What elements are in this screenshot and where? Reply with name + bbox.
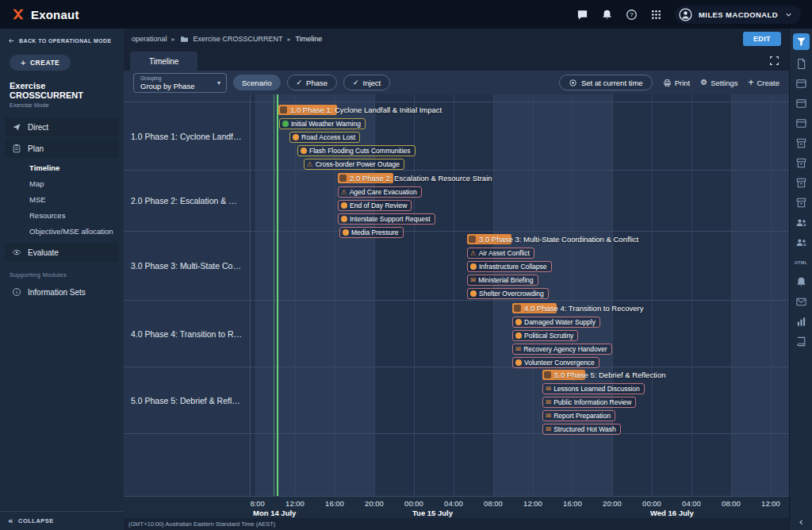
- inject-item[interactable]: Damaged Water Supply: [512, 317, 600, 328]
- rail-collapse-button[interactable]: ‹: [799, 517, 802, 527]
- inject-item[interactable]: Media Pressure: [339, 227, 404, 238]
- users-icon[interactable]: [795, 217, 807, 229]
- phase-bar-label: 3.0 Phase 3: Multi-State Coordination & …: [469, 234, 638, 244]
- bell-icon[interactable]: [601, 9, 613, 21]
- supporting-modules-label: Supporting Modules: [10, 271, 114, 278]
- sidebar-item-mse[interactable]: MSE: [0, 191, 124, 207]
- gear-icon: ⚙: [700, 79, 707, 86]
- inject-item[interactable]: ✉Lessons Learned Discussion: [542, 383, 645, 394]
- print-button[interactable]: Print: [663, 79, 691, 87]
- axis-tick: 12:00: [761, 499, 780, 508]
- inject-item[interactable]: Shelter Overcrowding: [467, 288, 549, 299]
- bell-icon[interactable]: [795, 276, 807, 288]
- timeline-toolbar: Grouping Group by Phase ▾ Scenario ✓ Pha…: [124, 71, 789, 94]
- phase-filter-chip[interactable]: ✓ Phase: [287, 75, 337, 90]
- inject-item[interactable]: Initial Weather Warning: [279, 118, 366, 129]
- users-icon[interactable]: [795, 236, 807, 248]
- brand-name: Exonaut: [31, 8, 79, 21]
- time-axis: 08:0012:0016:0020:0000:0004:0008:0012:00…: [124, 496, 789, 518]
- grouping-select[interactable]: Grouping Group by Phase ▾: [133, 73, 227, 93]
- tab-bar: Timeline: [124, 49, 789, 71]
- box-icon[interactable]: [795, 197, 807, 209]
- book-icon[interactable]: [795, 336, 807, 348]
- axis-date: Tue 15 July: [412, 509, 453, 517]
- inject-item[interactable]: ✉Report Preparation: [542, 410, 615, 421]
- gridline: [454, 94, 454, 496]
- breadcrumb-operational[interactable]: operational: [132, 35, 167, 43]
- caret-down-icon: ▾: [217, 79, 220, 86]
- axis-tick: 20:00: [603, 499, 622, 508]
- gridline: [771, 94, 772, 496]
- card-icon[interactable]: [795, 78, 807, 90]
- settings-button[interactable]: ⚙ Settings: [700, 79, 737, 87]
- axis-tick: 08:00: [251, 499, 265, 508]
- apps-grid-icon[interactable]: [650, 9, 662, 21]
- exercise-folder-icon: [180, 35, 189, 44]
- axis-tick: 12:00: [523, 499, 542, 508]
- current-time-line: [274, 94, 274, 496]
- scenario-button[interactable]: Scenario: [233, 75, 281, 90]
- inject-item[interactable]: Infrastructure Collapse: [467, 261, 552, 272]
- chart-icon[interactable]: [795, 316, 807, 328]
- card-icon[interactable]: [795, 117, 807, 129]
- avatar: [679, 8, 692, 21]
- box-icon[interactable]: [795, 177, 807, 189]
- inject-item[interactable]: ✉Structured Hot Wash: [542, 424, 621, 435]
- brand[interactable]: Exonaut: [11, 7, 79, 21]
- sidebar-item-direct[interactable]: Direct: [5, 117, 119, 136]
- chevron-right-icon: ▸: [288, 36, 291, 43]
- inject-item[interactable]: ✉Public Information Review: [542, 397, 636, 408]
- inject-item[interactable]: Road Access Lost: [289, 132, 360, 143]
- filter-icon[interactable]: [793, 33, 810, 50]
- phase-bar-label: 1.0 Phase 1: Cyclone Landfall & Initial …: [280, 105, 442, 115]
- breadcrumb-exercise[interactable]: Exercise CROSSCURRENT: [193, 35, 283, 43]
- back-to-operational-link[interactable]: BACK TO OPERATIONAL MODE: [0, 29, 124, 48]
- breadcrumb-timeline[interactable]: Timeline: [296, 35, 323, 43]
- help-icon[interactable]: ?: [626, 9, 638, 21]
- phase-bar-icon: [469, 236, 476, 243]
- day-band: [731, 94, 789, 496]
- chat-icon[interactable]: [576, 9, 588, 21]
- grouping-value: Group by Phase: [140, 82, 209, 90]
- sidebar-item-resources[interactable]: Resources: [0, 207, 124, 223]
- inject-item[interactable]: ✉Recovery Agency Handover: [512, 344, 612, 355]
- create-inject-button[interactable]: + Create: [748, 79, 779, 87]
- edit-button[interactable]: EDIT: [743, 32, 781, 46]
- inject-filter-chip[interactable]: ✓ Inject: [343, 75, 390, 90]
- box-icon[interactable]: [795, 157, 807, 169]
- evaluate-icon: [12, 248, 21, 257]
- box-icon[interactable]: [795, 137, 807, 149]
- html-icon[interactable]: HTML: [795, 256, 807, 268]
- sidebar-item-evaluate[interactable]: Evaluate: [5, 243, 119, 262]
- sidebar-collapse-button[interactable]: « COLLAPSE: [0, 511, 124, 530]
- plan-icon: [12, 144, 21, 153]
- inject-item[interactable]: ⚠Aged Care Evacuation: [338, 186, 422, 198]
- sidebar-item-map[interactable]: Map: [0, 175, 124, 191]
- card-icon[interactable]: [795, 98, 807, 109]
- mail-icon[interactable]: [795, 296, 807, 308]
- file-icon[interactable]: [795, 58, 807, 70]
- inject-item[interactable]: Political Scrutiny: [512, 330, 578, 341]
- inject-item[interactable]: End of Day Review: [338, 200, 412, 211]
- sidebar-item-plan[interactable]: Plan: [5, 139, 119, 158]
- timezone-note: (GMT+10:00) Australian Eastern Standard …: [124, 518, 789, 530]
- timeline-row-label: 5.0 Phase 5: Debrief & Reflection: [124, 367, 250, 434]
- set-current-time-button[interactable]: Set at current time: [559, 75, 653, 90]
- sidebar-item-information-sets[interactable]: Information Sets: [5, 282, 119, 301]
- print-icon: [663, 79, 672, 87]
- sidebar-item-timeline[interactable]: Timeline: [0, 159, 124, 175]
- inject-item[interactable]: Flash Flooding Cuts Communities: [297, 145, 416, 156]
- tab-timeline[interactable]: Timeline: [130, 52, 197, 71]
- create-button[interactable]: + CREATE: [10, 55, 71, 71]
- inject-item[interactable]: Interstate Support Request: [338, 213, 435, 225]
- axis-date: Wed 16 July: [650, 509, 694, 517]
- inject-item[interactable]: ⚠Cross-border Power Outage: [304, 159, 404, 170]
- fullscreen-icon[interactable]: [769, 56, 779, 66]
- inject-item[interactable]: ✉Ministerial Briefing: [467, 275, 538, 286]
- sidebar-item-objective-mse-allocation[interactable]: Objective/MSE allocation: [0, 223, 124, 239]
- chevron-right-icon: ▸: [172, 36, 175, 43]
- inject-item[interactable]: ⚠Air Asset Conflict: [467, 248, 534, 259]
- inject-item[interactable]: Volunteer Convergence: [512, 357, 599, 368]
- user-menu[interactable]: MILES MACDONALD: [675, 6, 801, 24]
- gridline: [691, 94, 692, 496]
